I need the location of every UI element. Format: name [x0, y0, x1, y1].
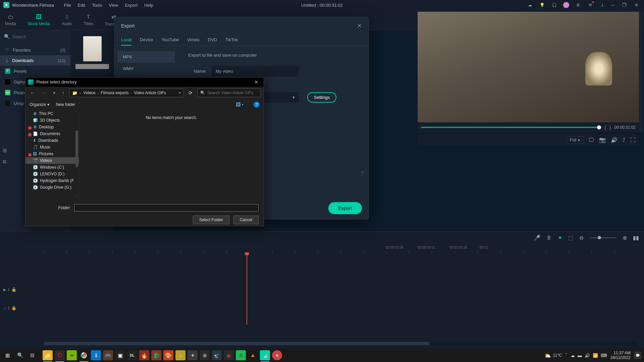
app-generic-7[interactable]: 🎨 [163, 350, 173, 360]
zoom-slider[interactable] [590, 237, 616, 238]
app-vlc[interactable]: ▲ [248, 350, 258, 360]
scrub-track[interactable] [421, 127, 601, 128]
tree-3d-objects[interactable]: 🧊3D Objects [25, 117, 79, 124]
tree-pictures[interactable]: 🖼Pictures [25, 150, 79, 157]
organize-button[interactable]: Organize▾ [30, 102, 49, 107]
export-button[interactable]: Export [328, 202, 362, 214]
audio-track-1[interactable]: ♫1🔓 [3, 300, 644, 316]
help-button[interactable]: ? [254, 102, 260, 108]
mixer-icon[interactable]: 🎚 [546, 235, 552, 241]
adjust-icon[interactable]: ⊞ [3, 147, 7, 154]
new-folder-button[interactable]: New folder [56, 102, 75, 107]
tree-this-pc[interactable]: 🖥This PC [25, 110, 79, 117]
tab-media[interactable]: 🗀Media [5, 14, 16, 26]
zoom-in-icon[interactable]: ⊕ [623, 235, 627, 241]
breadcrumb[interactable]: 📁 « Videos › FIlmora exports › Video Art… [69, 88, 184, 97]
export-tab-dvd[interactable]: DVD [208, 35, 217, 46]
weather-widget[interactable]: ⛅ 11°C [544, 352, 562, 359]
media-thumb-2[interactable] [75, 64, 109, 69]
start-button[interactable]: ⊞ [3, 352, 12, 359]
tree-music[interactable]: 🎵Music [25, 144, 79, 150]
display-icon[interactable]: 🖵 [589, 137, 594, 143]
tree-scrollbar[interactable] [75, 130, 78, 167]
export-tab-tiktok[interactable]: TikTok [225, 35, 238, 46]
battery-icon[interactable]: ▬ [578, 353, 582, 358]
snapshot-icon[interactable]: 📷 [599, 137, 606, 143]
app-explorer[interactable]: 📁 [43, 350, 53, 360]
app-opera[interactable]: O [55, 350, 65, 360]
tab-titles[interactable]: TTitles [84, 14, 93, 26]
cloud-icon[interactable]: ☁ [527, 2, 533, 8]
app-generic-1[interactable]: ⬇ [91, 350, 101, 360]
file-list-area[interactable]: No items match your search. [79, 110, 264, 200]
app-generic-8[interactable]: ⚔ [175, 350, 185, 360]
refresh-button[interactable]: ⟳ [186, 90, 195, 96]
search-row[interactable]: 🔍 Search [0, 32, 70, 41]
volume-tray-icon[interactable]: 🔊 [585, 353, 590, 358]
menu-export[interactable]: Export [125, 3, 138, 8]
task-view-button[interactable]: ⊟ [28, 352, 37, 358]
app-nvidia[interactable]: nv [67, 350, 77, 360]
timeline-ruler[interactable]: 00:00:53:06 00:00:58:01 00:01:02:26 00:0… [0, 244, 644, 254]
wifi-icon[interactable]: 📶 [593, 353, 598, 358]
search-button[interactable]: 🔍 [15, 352, 25, 358]
onedrive-icon[interactable]: ☁ [571, 353, 575, 358]
support-icon[interactable]: 🎧 [551, 2, 557, 8]
tab-audio[interactable]: ♫Audio [62, 14, 72, 26]
sidebar-item-favorites[interactable]: ♡ Favorites(0) [0, 45, 70, 55]
settings-button[interactable]: Settings [307, 92, 336, 103]
quality-dropdown[interactable]: Full▾ [566, 136, 584, 144]
file-search-input[interactable] [207, 90, 258, 95]
name-input[interactable] [212, 66, 299, 76]
folder-input[interactable] [74, 204, 259, 212]
download-icon[interactable]: ⤓ [599, 2, 605, 8]
app-generic-5[interactable]: 🔥 [139, 350, 149, 360]
format-wmv[interactable]: WMV [118, 63, 175, 74]
volume-icon[interactable]: 🔊 [611, 137, 618, 143]
video-track-1[interactable]: ▶1🔓 [3, 281, 644, 298]
zoom-out-icon[interactable]: ⊖ [579, 235, 584, 241]
save-icon[interactable]: 🗎 [575, 2, 581, 8]
mark-in-button[interactable]: { [604, 125, 606, 130]
tips-icon[interactable]: 💡 [539, 2, 545, 8]
tree-desktop[interactable]: 🖥Desktop [25, 124, 79, 130]
scrub-knob[interactable] [597, 125, 601, 129]
file-dialog-close-button[interactable]: ✕ [252, 79, 261, 85]
breadcrumb-exports[interactable]: FIlmora exports [101, 90, 128, 95]
tree-drive-c[interactable]: 💽Windows (C:) [25, 164, 79, 171]
close-button[interactable]: ✕ [633, 2, 641, 8]
right-vertical-slider[interactable] [639, 12, 643, 132]
tray-expand-button[interactable]: ˄ [565, 353, 567, 358]
lock-icon[interactable]: 🔓 [11, 287, 16, 292]
export-tab-local[interactable]: Local [121, 35, 131, 46]
format-mp4[interactable]: MP4 [118, 51, 175, 63]
sidebar-item-downloads[interactable]: ⤓ Downloads(12) [0, 55, 70, 66]
app-generic-9[interactable]: ✦ [187, 350, 198, 360]
menu-file[interactable]: File [64, 3, 71, 8]
breadcrumb-gifs[interactable]: Video Article GIFs [134, 90, 166, 95]
nav-recent-button[interactable]: ▾ [51, 89, 57, 96]
export-tab-youtube[interactable]: YouTube [162, 35, 179, 46]
nav-forward-button[interactable]: → [40, 89, 48, 96]
fit-icon[interactable]: ▮▮ [633, 235, 639, 241]
mark-out-button[interactable]: } [609, 125, 611, 130]
crop-icon[interactable]: ⬚ [568, 235, 573, 241]
language-icon[interactable]: ⌨ [601, 353, 607, 358]
export-help-icon[interactable]: ? [361, 170, 364, 176]
select-folder-button[interactable]: Select Folder [193, 216, 229, 224]
mic-icon[interactable]: 🎤 [534, 235, 540, 241]
messages-icon[interactable]: ✉ [587, 2, 593, 8]
resize-grip[interactable]: ⋰ [260, 222, 263, 225]
timeline-scrollbar[interactable] [44, 342, 637, 345]
maximize-button[interactable]: ❐ [620, 2, 629, 8]
export-close-button[interactable]: ✕ [357, 22, 362, 29]
export-clip-icon[interactable]: ⤴ [623, 137, 625, 143]
nav-back-button[interactable]: ← [28, 89, 37, 96]
app-generic-4[interactable]: DL [127, 350, 137, 360]
tree-downloads[interactable]: ⬇Downloads [25, 137, 79, 144]
marker-icon[interactable]: ✦ [558, 235, 562, 241]
menu-edit[interactable]: Edit [78, 3, 85, 8]
lock-icon[interactable]: 🔓 [11, 306, 16, 310]
export-tab-device[interactable]: Device [140, 35, 153, 46]
playhead[interactable] [247, 254, 247, 325]
